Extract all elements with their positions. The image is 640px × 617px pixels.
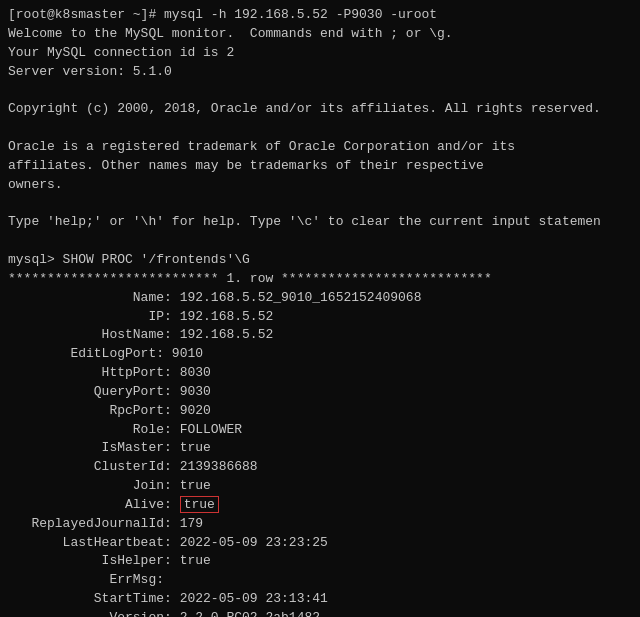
welcome-line: Welcome to the MySQL monitor. Commands e… — [8, 25, 632, 44]
terminal-window: [root@k8smaster ~]# mysql -h 192.168.5.5… — [0, 0, 640, 617]
blank3 — [8, 194, 632, 213]
field-role: Role: FOLLOWER — [8, 421, 632, 440]
field-lastheartbeat: LastHeartbeat: 2022-05-09 23:23:25 — [8, 534, 632, 553]
query-line: mysql> SHOW PROC '/frontends'\G — [8, 251, 632, 270]
separator-line: *************************** 1. row *****… — [8, 270, 632, 289]
field-ismaster: IsMaster: true — [8, 439, 632, 458]
oracle2-line: affiliates. Other names may be trademark… — [8, 157, 632, 176]
field-version: Version: 2.2.0-RC02-2ab1482 — [8, 609, 632, 617]
field-queryport: QueryPort: 9030 — [8, 383, 632, 402]
blank1 — [8, 81, 632, 100]
field-ishelper: IsHelper: true — [8, 552, 632, 571]
field-alive-value: true — [180, 496, 219, 513]
cmd-line: [root@k8smaster ~]# mysql -h 192.168.5.5… — [8, 6, 632, 25]
field-rpcport: RpcPort: 9020 — [8, 402, 632, 421]
field-alive-label: Alive: — [8, 497, 180, 512]
field-ip: IP: 192.168.5.52 — [8, 308, 632, 327]
copyright-line: Copyright (c) 2000, 2018, Oracle and/or … — [8, 100, 632, 119]
field-httpport: HttpPort: 8030 — [8, 364, 632, 383]
field-errmsg: ErrMsg: — [8, 571, 632, 590]
blank4 — [8, 232, 632, 251]
field-editlogport: EditLogPort: 9010 — [8, 345, 632, 364]
blank2 — [8, 119, 632, 138]
field-hostname: HostName: 192.168.5.52 — [8, 326, 632, 345]
field-replayedjournal: ReplayedJournalId: 179 — [8, 515, 632, 534]
oracle1-line: Oracle is a registered trademark of Orac… — [8, 138, 632, 157]
field-name: Name: 192.168.5.52_9010_1652152409068 — [8, 289, 632, 308]
field-starttime: StartTime: 2022-05-09 23:13:41 — [8, 590, 632, 609]
oracle3-line: owners. — [8, 176, 632, 195]
field-clusterid: ClusterId: 2139386688 — [8, 458, 632, 477]
help-line: Type 'help;' or '\h' for help. Type '\c'… — [8, 213, 632, 232]
version-line: Server version: 5.1.0 — [8, 63, 632, 82]
field-alive-line: Alive: true — [8, 496, 632, 515]
connection-line: Your MySQL connection id is 2 — [8, 44, 632, 63]
field-join: Join: true — [8, 477, 632, 496]
